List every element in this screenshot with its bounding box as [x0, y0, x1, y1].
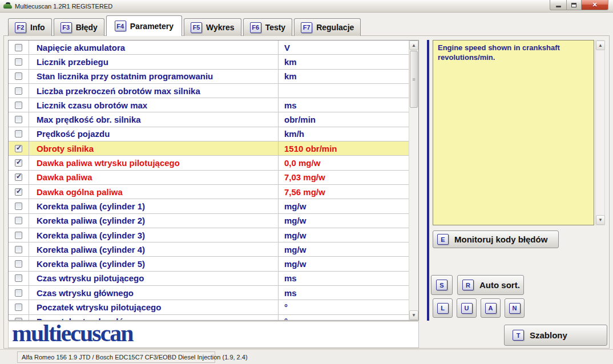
parameters-table: Napięcie akumulatoraVLicznik przebiegukm…: [8, 40, 419, 321]
n-button[interactable]: N: [505, 298, 525, 318]
maximize-icon: [571, 3, 576, 7]
table-row[interactable]: Korekta paliwa (cylinder 3)mg/w: [9, 228, 409, 242]
table-row[interactable]: Korekta paliwa (cylinder 2)mg/w: [9, 214, 409, 228]
parameter-name: Licznik czasu obrotów max: [29, 98, 279, 112]
parameter-value: mg/w: [279, 214, 409, 228]
parameter-checkbox[interactable]: [15, 44, 22, 51]
key-f5-badge: F5: [191, 22, 202, 33]
templates-button[interactable]: T Szablony: [504, 325, 607, 346]
parameter-checkbox-checked[interactable]: [15, 159, 22, 167]
title-bar: Multiecuscan 1.2R1 REGISTERED ✕: [0, 0, 613, 13]
info-scrollbar[interactable]: ▲ ▼: [595, 40, 605, 225]
parameter-checkbox[interactable]: [15, 72, 22, 80]
minimize-icon: [556, 6, 561, 7]
key-e-badge: E: [437, 234, 449, 245]
key-u-badge: U: [461, 303, 473, 314]
parameter-name: Korekta paliwa (cylinder 1): [29, 199, 279, 213]
parameter-checkbox[interactable]: [15, 87, 22, 95]
table-row[interactable]: Korekta paliwa (cylinder 5)mg/w: [9, 257, 409, 271]
parameter-checkbox[interactable]: [15, 274, 22, 282]
parameter-checkbox[interactable]: [15, 203, 22, 210]
parameter-checkbox[interactable]: [15, 260, 22, 268]
parameter-name: Stan licznika przy ostatnim programowani…: [29, 70, 279, 83]
scroll-up-icon[interactable]: ▲: [409, 41, 418, 50]
tab-label: Info: [30, 23, 45, 32]
table-row[interactable]: Napięcie akumulatoraV: [9, 41, 409, 55]
key-f7-badge: F7: [301, 22, 312, 33]
parameter-value: [279, 84, 409, 98]
table-row[interactable]: Dawka paliwa wtrysku pilotującego0,0 mg/…: [9, 156, 409, 170]
parameter-value: mg/w: [279, 242, 409, 256]
table-row[interactable]: Korekta paliwa (cylinder 4)mg/w: [9, 242, 409, 257]
parameter-checkbox-checked[interactable]: [15, 188, 22, 196]
checkbox-cell: [9, 214, 29, 228]
tab-błędy[interactable]: F3Błędy: [54, 18, 104, 36]
l-button[interactable]: L: [433, 298, 453, 318]
tab-regulacje[interactable]: F7Regulacje: [294, 18, 361, 36]
parameter-checkbox-checked[interactable]: [15, 145, 22, 152]
table-row[interactable]: Stan licznika przy ostatnim programowani…: [9, 70, 409, 84]
monitor-error-codes-button[interactable]: E Monitoruj kody błędów: [433, 230, 559, 248]
parameter-checkbox[interactable]: [15, 116, 22, 123]
status-bar: Alfa Romeo 156 1.9 JTD / Bosch EDC15C7 C…: [0, 349, 613, 364]
app-icon: [3, 2, 12, 10]
key-f3-badge: F3: [61, 22, 72, 33]
auto-sort-label: Auto sort.: [479, 280, 520, 290]
auto-sort-button[interactable]: R Auto sort.: [457, 275, 524, 295]
tab-testy[interactable]: F6Testy: [243, 18, 293, 36]
scroll-down-icon[interactable]: ▼: [409, 310, 418, 320]
checkbox-cell: [9, 228, 29, 242]
table-row[interactable]: Dawka ogólna paliwa7,56 mg/w: [9, 185, 409, 199]
parameter-checkbox[interactable]: [15, 102, 22, 109]
table-row[interactable]: Czas wtrysku głównegoms: [9, 286, 409, 300]
key-r-badge: R: [462, 280, 474, 290]
parameter-checkbox[interactable]: [15, 217, 22, 224]
checkbox-cell: [9, 257, 29, 270]
parameter-value: mg/w: [279, 228, 409, 242]
table-row[interactable]: Prędkość pojazdukm/h: [9, 127, 409, 141]
parameter-checkbox[interactable]: [15, 246, 22, 253]
table-row[interactable]: Czas wtrysku pilotującegoms: [9, 272, 409, 286]
table-row[interactable]: Max prędkość obr. silnikaobr/min: [9, 112, 409, 127]
checkbox-cell: [9, 156, 29, 169]
tab-parametery[interactable]: F4Parametery: [106, 15, 182, 36]
tab-label: Testy: [265, 23, 286, 32]
tab-wykres[interactable]: F5Wykres: [184, 18, 241, 36]
table-row[interactable]: Liczba przekroczeń obrotów max silnika: [9, 84, 409, 98]
minimize-button[interactable]: [550, 0, 566, 10]
table-scrollbar[interactable]: ▲ ≡ ▼: [409, 41, 418, 320]
key-f6-badge: F6: [250, 22, 261, 33]
table-row[interactable]: Poczatek wtrysku pilotującego°: [9, 300, 409, 314]
close-button[interactable]: ✕: [582, 0, 608, 10]
u-button[interactable]: U: [457, 298, 477, 318]
parameter-name: Czas wtrysku głównego: [29, 286, 279, 300]
scrollbar-thumb[interactable]: ≡: [410, 51, 418, 108]
checkbox-cell: [9, 199, 29, 213]
parameter-value: ms: [279, 286, 409, 300]
tab-label: Regulacje: [316, 23, 354, 32]
table-row[interactable]: Licznik czasu obrotów maxms: [9, 98, 409, 112]
maximize-button[interactable]: [566, 0, 582, 10]
parameter-name: Czas wtrysku pilotującego: [29, 272, 279, 285]
parameter-checkbox[interactable]: [15, 130, 22, 137]
parameter-name: Dawka ogólna paliwa: [29, 185, 279, 199]
sort-button[interactable]: S: [431, 275, 453, 295]
tab-label: Wykres: [206, 23, 235, 32]
info-scroll-down-icon[interactable]: ▼: [596, 215, 605, 225]
parameter-checkbox[interactable]: [15, 58, 22, 66]
table-row[interactable]: Korekta paliwa (cylinder 1)mg/w: [9, 199, 409, 213]
window-title: Multiecuscan 1.2R1 REGISTERED: [15, 3, 112, 10]
tab-info[interactable]: F2Info: [8, 18, 52, 36]
table-row[interactable]: Dawka paliwa7,03 mg/w: [9, 171, 409, 185]
parameter-checkbox[interactable]: [15, 304, 22, 311]
parameter-checkbox[interactable]: [15, 289, 22, 297]
checkbox-cell: [9, 112, 29, 126]
parameter-checkbox-checked[interactable]: [15, 173, 22, 181]
table-row[interactable]: Obroty silnika1510 obr/min: [9, 141, 409, 156]
a-button[interactable]: A: [481, 298, 501, 318]
key-f4-badge: F4: [115, 21, 126, 31]
table-row[interactable]: Licznik przebiegukm: [9, 55, 409, 69]
key-n-badge: N: [509, 303, 521, 314]
info-scroll-up-icon[interactable]: ▲: [596, 41, 605, 50]
parameter-checkbox[interactable]: [15, 232, 22, 239]
